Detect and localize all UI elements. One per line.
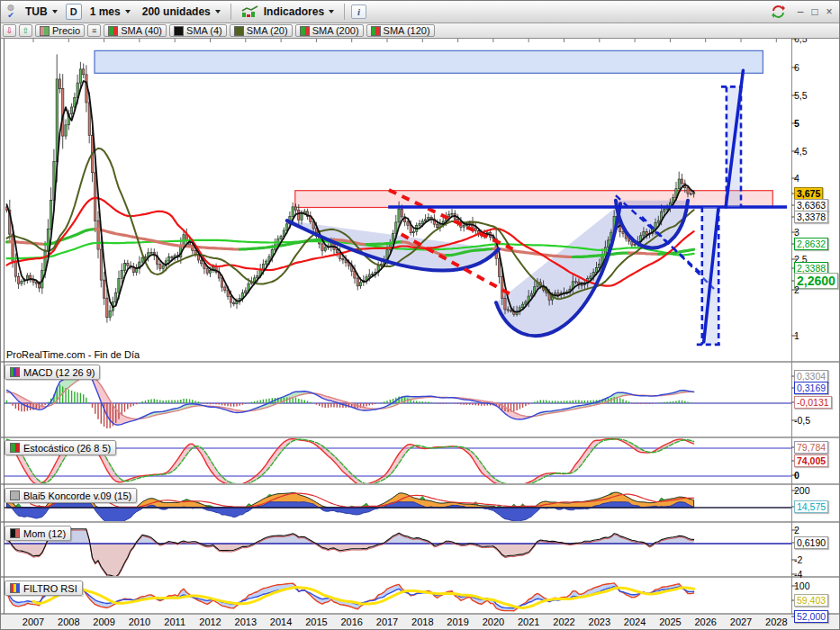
app-window: ◍ ✔ TUB D 1 mes 200 unidades Indicadores xyxy=(0,0,840,630)
macd-swatch-icon xyxy=(10,367,20,377)
sma120-legend-chip[interactable]: SMA (120) xyxy=(366,24,435,37)
timeframe-label: 1 mes xyxy=(90,5,121,18)
sma40-swatch-icon xyxy=(108,26,118,36)
koncorde-panel-chip[interactable]: Blai5 Koncorde v.09 (15) xyxy=(5,488,137,503)
rsi-panel-chip[interactable]: FILTRO RSI xyxy=(5,580,83,596)
timeframe-selector[interactable]: 1 mes xyxy=(86,4,134,20)
export-down-icon[interactable]: ⇩ xyxy=(3,24,16,37)
check-icon: ✔ xyxy=(5,12,17,20)
koncorde-swatch-icon xyxy=(10,490,20,500)
sma120-legend-label: SMA (120) xyxy=(384,25,430,36)
rsi-swatch-icon xyxy=(10,583,20,593)
toolbar-separator xyxy=(344,4,345,20)
connection-status-icon: ◍ ✔ xyxy=(5,4,17,20)
momentum-swatch-icon xyxy=(10,528,20,538)
maximize-button[interactable]: □ xyxy=(808,5,821,18)
sma200-legend-chip[interactable]: SMA (200) xyxy=(295,24,364,37)
legend-toolbar: ⇩ ⇧ Precio ≡ SMA (40) SMA (4) SMA (20) S… xyxy=(1,23,839,39)
sma40-legend-label: SMA (40) xyxy=(121,25,162,36)
info-button[interactable]: i xyxy=(351,4,366,19)
price-legend-label: Precio xyxy=(52,25,80,36)
indicators-button[interactable]: Indicadores xyxy=(238,4,338,20)
watermark: ProRealTime.com - Fin de Día xyxy=(6,349,140,360)
chart-area[interactable]: MACD (12 26 9) Estocástico (26 8 5) Blai… xyxy=(1,1,839,629)
indicators-label: Indicadores xyxy=(264,5,324,18)
price-swatch-icon xyxy=(40,26,50,36)
chart-canvas[interactable] xyxy=(1,1,840,630)
refresh-icon[interactable] xyxy=(771,4,786,19)
units-selector[interactable]: 200 unidades xyxy=(139,4,224,20)
price-legend-chip[interactable]: Precio xyxy=(35,24,85,37)
sma4-legend-label: SMA (4) xyxy=(186,25,222,36)
close-button[interactable]: × xyxy=(823,5,835,18)
macd-panel-label: MACD (12 26 9) xyxy=(23,367,95,378)
chevron-down-icon xyxy=(52,10,58,14)
chevron-down-icon xyxy=(329,10,334,14)
list-icon[interactable]: ≡ xyxy=(87,24,101,37)
sma120-swatch-icon xyxy=(371,26,381,36)
units-label: 200 unidades xyxy=(142,5,211,18)
minimize-button[interactable]: – xyxy=(794,5,807,18)
momentum-panel-label: Mom (12) xyxy=(23,528,66,539)
indicators-icon xyxy=(241,5,259,18)
window-controls: – □ × xyxy=(794,5,835,18)
sma4-legend-chip[interactable]: SMA (4) xyxy=(169,24,227,37)
export-up-icon[interactable]: ⇧ xyxy=(19,24,32,37)
sma20-swatch-icon xyxy=(234,26,244,36)
sma20-legend-label: SMA (20) xyxy=(247,25,288,36)
toolbar-separator xyxy=(230,4,231,20)
koncorde-panel-label: Blai5 Koncorde v.09 (15) xyxy=(23,490,131,501)
main-toolbar: ◍ ✔ TUB D 1 mes 200 unidades Indicadores xyxy=(1,1,839,23)
rsi-panel-label: FILTRO RSI xyxy=(23,583,77,594)
sma40-legend-chip[interactable]: SMA (40) xyxy=(104,24,167,37)
momentum-panel-chip[interactable]: Mom (12) xyxy=(5,526,71,541)
stochastic-panel-label: Estocástico (26 8 5) xyxy=(23,443,111,454)
sma200-swatch-icon xyxy=(300,26,310,36)
daily-timeframe-button[interactable]: D xyxy=(66,4,82,20)
chevron-down-icon xyxy=(125,10,131,14)
stochastic-swatch-icon xyxy=(10,443,20,453)
symbol-selector[interactable]: TUB xyxy=(22,4,61,20)
stochastic-panel-chip[interactable]: Estocástico (26 8 5) xyxy=(5,440,116,455)
macd-panel-chip[interactable]: MACD (12 26 9) xyxy=(5,364,100,380)
sma20-legend-chip[interactable]: SMA (20) xyxy=(230,24,293,37)
sma4-swatch-icon xyxy=(174,26,184,36)
sma200-legend-label: SMA (200) xyxy=(312,25,359,36)
symbol-label: TUB xyxy=(25,5,48,18)
chevron-down-icon xyxy=(215,10,221,14)
